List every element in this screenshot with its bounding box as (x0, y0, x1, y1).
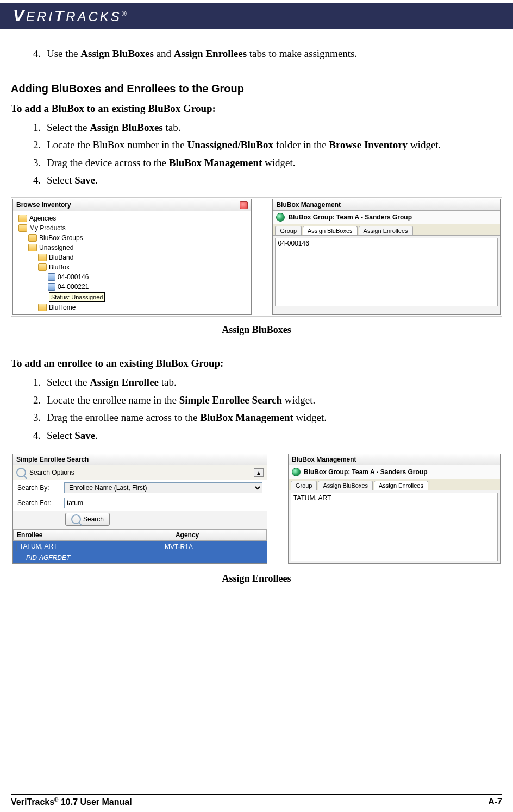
footer-manual-name: VeriTracks® 10.7 User Manual (11, 797, 132, 807)
tree-item[interactable]: BluBox Groups (15, 233, 249, 243)
simple-enrollee-search-panel: Simple Enrollee Search Search Options ▲ … (12, 454, 267, 564)
expand-icon[interactable]: ▲ (254, 468, 264, 477)
procedure-step: Select Save. (43, 172, 502, 190)
figure-caption-1: Assign BluBoxes (11, 324, 502, 336)
close-icon[interactable] (240, 201, 248, 209)
tree-item-label: Agencies (29, 214, 56, 223)
blubox-management-panel: BluBox Management BluBox Group: Team A -… (272, 199, 501, 315)
screenshot-assign-bluboxes: Browse Inventory AgenciesMy ProductsBluB… (11, 197, 502, 317)
tree-item[interactable]: BluHome (15, 303, 249, 312)
procedure-step: Locate the enrollee name in the Simple E… (43, 392, 502, 410)
tab-group[interactable]: Group (291, 481, 317, 490)
tree-item-label: 04-000146 (58, 273, 89, 281)
blubox-management-panel-2: BluBox Management BluBox Group: Team A -… (288, 454, 501, 564)
result-row-pid[interactable]: PID-AGFRDET (13, 552, 267, 563)
blubox-group-header: BluBox Group: Team A - Sanders Group (289, 465, 500, 479)
globe-icon (292, 468, 301, 476)
search-by-row: Search By: Enrollee Name (Last, First) (13, 480, 267, 495)
procedure-step: Locate the BluBox number in the Unassign… (43, 136, 502, 154)
procedure-step: Select Save. (43, 427, 502, 445)
blubox-group-header: BluBox Group: Team A - Sanders Group (273, 211, 500, 224)
enrollee-icon (16, 543, 17, 551)
search-options-bar[interactable]: Search Options ▲ (13, 465, 267, 480)
results-column-headers: Enrollee Agency (13, 529, 267, 541)
folder-icon (18, 215, 27, 222)
folder-icon (38, 304, 47, 311)
procedure-2-heading: To add an enrollee to an existing BluBox… (11, 357, 502, 369)
column-enrollee[interactable]: Enrollee (14, 530, 172, 540)
procedure-1-heading: To add a BluBox to an existing BluBox Gr… (11, 103, 502, 115)
folder-icon (38, 254, 47, 261)
inventory-tree[interactable]: AgenciesMy ProductsBluBox GroupsUnassign… (13, 211, 251, 314)
tree-item-label: Unassigned (39, 243, 73, 252)
continuing-step-list: Use the Assign BluBoxes and Assign Enrol… (11, 45, 502, 63)
tree-item-label: BluBand (49, 253, 73, 262)
tab-assign-enrollees[interactable]: Assign Enrollees (374, 481, 428, 490)
tree-item[interactable]: Agencies (15, 213, 249, 223)
page-footer: VeriTracks® 10.7 User Manual A-7 (11, 794, 502, 807)
search-icon (71, 514, 81, 524)
search-by-select[interactable]: Enrollee Name (Last, First) (64, 482, 262, 493)
device-icon (48, 273, 55, 281)
tab-assign-enrollees[interactable]: Assign Enrollees (359, 226, 413, 235)
tree-tooltip: Status: Unassigned (15, 292, 249, 303)
tab-strip: GroupAssign BluBoxesAssign Enrollees (273, 224, 500, 236)
search-icon (16, 468, 26, 477)
tree-item[interactable]: My Products (15, 223, 249, 233)
tab-strip: GroupAssign BluBoxesAssign Enrollees (289, 479, 500, 490)
procedure-1-steps: Select the Assign BluBoxes tab.Locate th… (11, 119, 502, 190)
tree-item[interactable]: BluBand (15, 253, 249, 262)
tooltip-text: Status: Unassigned (49, 292, 105, 302)
header-bar: VERITRACKS® (0, 3, 513, 29)
search-by-label: Search By: (17, 484, 61, 492)
procedure-2-steps: Select the Assign Enrollee tab.Locate th… (11, 374, 502, 444)
tab-assign-bluboxes[interactable]: Assign BluBoxes (303, 226, 358, 235)
figure-caption-2: Assign Enrollees (11, 573, 502, 584)
device-icon (48, 283, 55, 291)
browse-inventory-panel: Browse Inventory AgenciesMy ProductsBluB… (12, 199, 252, 315)
tab-group[interactable]: Group (275, 226, 302, 235)
list-item[interactable]: TATUM, ART (293, 494, 495, 502)
tree-item[interactable]: Unassigned (15, 243, 249, 253)
search-button[interactable]: Search (65, 513, 110, 526)
globe-icon (276, 213, 285, 222)
search-button-row: Search (13, 511, 267, 529)
screenshot-assign-enrollees: Simple Enrollee Search Search Options ▲ … (11, 452, 502, 565)
assigned-bluboxes-list[interactable]: 04-000146 (275, 238, 498, 306)
column-agency[interactable]: Agency (172, 530, 266, 540)
search-for-label: Search For: (17, 499, 61, 507)
procedure-step: Select the Assign BluBoxes tab. (43, 119, 502, 137)
folder-icon (18, 224, 27, 232)
tree-item[interactable]: 04-000146 (15, 272, 249, 282)
panel-title-text: BluBox Management (276, 201, 341, 209)
assigned-enrollees-list[interactable]: TATUM, ART (291, 493, 498, 561)
tree-item-label: BluHome (49, 303, 76, 312)
procedure-step: Select the Assign Enrollee tab. (43, 374, 502, 392)
tree-item-label: BluBox Groups (39, 234, 83, 242)
tab-assign-bluboxes[interactable]: Assign BluBoxes (318, 481, 373, 490)
tree-item[interactable]: BluBox (15, 262, 249, 272)
panel-title-text: Simple Enrollee Search (16, 456, 89, 463)
procedure-step: Drag the device across to the BluBox Man… (43, 154, 502, 172)
tree-item[interactable]: 04-000221 (15, 282, 249, 292)
tree-item-label: 04-000221 (58, 282, 89, 291)
panel-title-text: BluBox Management (292, 456, 356, 463)
list-item[interactable]: 04-000146 (278, 240, 495, 247)
registered-mark: ® (122, 10, 127, 18)
logo: VERITRACKS® (13, 7, 127, 25)
search-for-row: Search For: (13, 495, 267, 511)
section-heading: Adding BluBoxes and Enrollees to the Gro… (11, 83, 502, 95)
folder-icon (28, 244, 37, 251)
footer-page-number: A-7 (488, 797, 502, 807)
tree-item-label: My Products (29, 224, 66, 232)
folder-icon (28, 234, 37, 242)
tree-item-label: BluBox (49, 263, 70, 272)
result-row[interactable]: TATUM, ART MVT-R1A (13, 541, 267, 552)
step-4: Use the Assign BluBoxes and Assign Enrol… (43, 45, 502, 63)
panel-title-text: Browse Inventory (16, 201, 71, 209)
procedure-step: Drag the enrollee name across to the Blu… (43, 409, 502, 427)
folder-icon (38, 263, 47, 271)
search-for-input[interactable] (64, 498, 262, 508)
